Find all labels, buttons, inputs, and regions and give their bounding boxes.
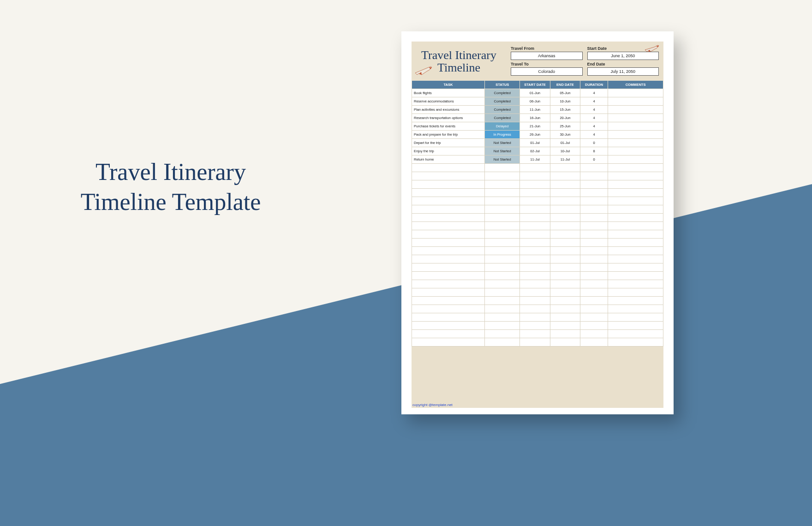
cell-empty (608, 288, 663, 297)
cell-empty (580, 313, 608, 322)
cell-empty (550, 189, 580, 197)
cell-empty (608, 297, 663, 305)
cell-empty (550, 197, 580, 205)
cell-empty (580, 322, 608, 330)
cell-comments (608, 139, 663, 147)
cell-empty (485, 280, 520, 288)
cell-empty (485, 164, 520, 172)
cell-empty (608, 189, 663, 197)
cell-empty (550, 263, 580, 272)
cell-empty (412, 297, 485, 305)
cell-start-date: 11-Jul (520, 155, 550, 164)
table-row: Research transportation optionsCompleted… (412, 114, 663, 122)
itinerary-table: TASK STATUS START DATE END DATE DURATION… (412, 80, 663, 347)
table-row-empty (412, 214, 663, 222)
cell-empty (608, 330, 663, 338)
cell-end-date: 01-Jul (550, 139, 580, 147)
cell-empty (550, 222, 580, 230)
cell-empty (580, 280, 608, 288)
cell-empty (520, 313, 550, 322)
cell-empty (520, 255, 550, 263)
cell-end-date: 30-Jun (550, 131, 580, 139)
col-task: TASK (412, 81, 485, 89)
cell-empty (580, 230, 608, 239)
table-row-empty (412, 247, 663, 255)
hero-title: Travel Itinerary Timeline Template (51, 157, 291, 217)
cell-empty (520, 280, 550, 288)
cell-empty (580, 180, 608, 189)
cell-empty (412, 272, 485, 280)
cell-end-date: 15-Jun (550, 106, 580, 114)
cell-empty (485, 297, 520, 305)
cell-duration: 4 (580, 131, 608, 139)
cell-empty (580, 272, 608, 280)
cell-empty (412, 322, 485, 330)
cell-empty (550, 330, 580, 338)
cell-empty (608, 338, 663, 347)
table-row-empty (412, 288, 663, 297)
cell-duration: 4 (580, 97, 608, 106)
cell-empty (608, 322, 663, 330)
cell-empty (580, 189, 608, 197)
cell-end-date: 25-Jun (550, 122, 580, 131)
cell-empty (485, 230, 520, 239)
cell-empty (608, 164, 663, 172)
table-row-empty (412, 180, 663, 189)
table-row: Book flightsCompleted01-Jun05-Jun4 (412, 89, 663, 97)
cell-empty (608, 272, 663, 280)
cell-status: Completed (485, 89, 520, 97)
table-row: Return homeNot Started11-Jul11-Jul0 (412, 155, 663, 164)
cell-status: Delayed (485, 122, 520, 131)
cell-empty (580, 164, 608, 172)
table-row: Pack and prepare for the tripIn Progress… (412, 131, 663, 139)
meta-value: Arkansas (511, 52, 583, 60)
col-end-date: END DATE (550, 81, 580, 89)
cell-status: Not Started (485, 155, 520, 164)
cell-empty (550, 255, 580, 263)
cell-empty (412, 255, 485, 263)
cell-empty (520, 189, 550, 197)
cell-duration: 0 (580, 155, 608, 164)
table-row-empty (412, 222, 663, 230)
cell-task: Return home (412, 155, 485, 164)
cell-empty (412, 230, 485, 239)
cell-start-date: 16-Jun (520, 114, 550, 122)
cell-empty (608, 305, 663, 313)
cell-empty (485, 263, 520, 272)
document-body: Travel Itinerary Timeline Travel From Ar… (412, 42, 663, 408)
cell-empty (412, 305, 485, 313)
table-header-row: TASK STATUS START DATE END DATE DURATION… (412, 81, 663, 89)
cell-empty (580, 247, 608, 255)
cell-empty (520, 322, 550, 330)
cell-empty (412, 205, 485, 214)
table-body: Book flightsCompleted01-Jun05-Jun4Reserv… (412, 89, 663, 347)
cell-start-date: 06-Jun (520, 97, 550, 106)
meta-value: Colorado (511, 67, 583, 76)
cell-empty (485, 180, 520, 189)
title-line-1: Travel Itinerary (412, 49, 506, 61)
cell-empty (412, 222, 485, 230)
cell-empty (412, 288, 485, 297)
document-page: Travel Itinerary Timeline Travel From Ar… (401, 31, 674, 414)
cell-empty (550, 205, 580, 214)
cell-empty (412, 313, 485, 322)
meta-label: End Date (587, 62, 659, 66)
cell-status: Not Started (485, 139, 520, 147)
title-block: Travel Itinerary Timeline (412, 46, 506, 76)
col-start-date: START DATE (520, 81, 550, 89)
cell-start-date: 26-Jun (520, 131, 550, 139)
table-row-empty (412, 322, 663, 330)
cell-empty (412, 197, 485, 205)
cell-empty (412, 239, 485, 247)
cell-empty (608, 222, 663, 230)
cell-empty (550, 305, 580, 313)
copyright-footer: copyright @template.net (412, 401, 663, 408)
cell-empty (550, 164, 580, 172)
cell-status: Completed (485, 114, 520, 122)
cell-comments (608, 155, 663, 164)
cell-empty (608, 255, 663, 263)
cell-empty (550, 230, 580, 239)
cell-empty (550, 239, 580, 247)
cell-empty (520, 297, 550, 305)
table-row-empty (412, 172, 663, 180)
